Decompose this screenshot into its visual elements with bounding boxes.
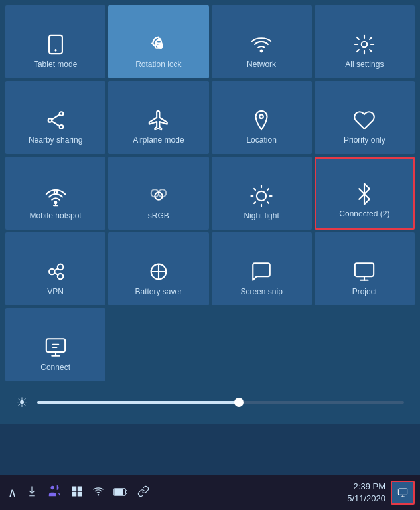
- svg-rect-41: [72, 491, 77, 496]
- brightness-slider[interactable]: [37, 401, 404, 404]
- project-taskbar-icon: [397, 486, 408, 499]
- location-icon: [250, 109, 273, 131]
- tile-label-rotation-lock: Rotation lock: [135, 60, 181, 70]
- time-display: 2:39 PM: [347, 481, 385, 493]
- nearby-sharing-icon: [44, 109, 67, 131]
- svg-line-30: [54, 273, 58, 275]
- link-taskbar-icon[interactable]: [135, 483, 152, 503]
- tile-mobile-hotspot[interactable]: Mobile hotspot: [5, 157, 105, 230]
- taskbar-time[interactable]: 2:39 PM 5/11/2020: [347, 481, 385, 505]
- tile-label-vpn: VPN: [47, 287, 64, 298]
- hotspot-icon: [44, 185, 67, 207]
- brightness-thumb[interactable]: [234, 398, 244, 407]
- rotation-lock-icon: [147, 33, 170, 56]
- tile-label-battery-saver: Battery saver: [135, 287, 182, 298]
- tile-label-nearby-sharing: Nearby sharing: [29, 135, 82, 146]
- tile-label-screen-snip: Screen snip: [240, 287, 282, 298]
- wifi-taskbar-icon[interactable]: [90, 483, 107, 503]
- battery-taskbar-icon[interactable]: [111, 483, 131, 503]
- tile-label-location: Location: [246, 135, 276, 146]
- tile-airplane-mode[interactable]: Airplane mode: [108, 81, 208, 154]
- svg-point-11: [259, 115, 263, 119]
- vpn-icon: [44, 260, 67, 283]
- tile-rotation-lock[interactable]: Rotation lock: [108, 5, 208, 78]
- tile-screen-snip[interactable]: Screen snip: [212, 232, 312, 305]
- svg-rect-39: [72, 486, 77, 491]
- tile-label-night-light: Night light: [244, 211, 279, 222]
- date-display: 5/11/2020: [347, 493, 385, 505]
- svg-point-3: [157, 46, 159, 48]
- svg-point-4: [261, 50, 263, 52]
- tiles-grid: Tablet mode Rotation lock Network: [3, 3, 417, 384]
- svg-point-5: [362, 42, 368, 48]
- svg-rect-40: [78, 486, 82, 491]
- svg-line-9: [52, 115, 59, 120]
- tile-label-airplane-mode: Airplane mode: [133, 135, 184, 146]
- screen-snip-icon: [250, 260, 273, 283]
- teams-icon[interactable]: [44, 481, 64, 505]
- tile-night-light[interactable]: Night light: [212, 157, 312, 230]
- project-taskbar-button[interactable]: [391, 481, 415, 505]
- svg-point-13: [54, 191, 57, 194]
- tile-vpn[interactable]: VPN: [5, 232, 105, 305]
- svg-rect-42: [78, 491, 82, 496]
- quick-actions-panel: Tablet mode Rotation lock Network: [0, 0, 420, 424]
- tile-label-bluetooth: Connected (2): [339, 209, 389, 220]
- battery-saver-icon: [147, 260, 170, 283]
- taskbar-left: ∧: [5, 481, 152, 505]
- srgb-icon: [147, 185, 170, 207]
- priority-icon: [353, 109, 376, 131]
- tile-bluetooth[interactable]: Connected (2): [315, 157, 415, 230]
- brightness-fill: [37, 401, 239, 404]
- svg-line-25: [267, 189, 269, 190]
- svg-point-43: [98, 494, 99, 495]
- brightness-bar: ☀: [3, 384, 417, 421]
- tile-nearby-sharing[interactable]: Nearby sharing: [5, 81, 105, 154]
- svg-line-24: [254, 202, 255, 203]
- tile-connect[interactable]: Connect: [5, 308, 105, 381]
- svg-line-10: [52, 122, 59, 126]
- svg-rect-37: [46, 339, 64, 353]
- svg-line-21: [267, 202, 269, 203]
- brightness-icon: ☀: [16, 394, 28, 410]
- tile-label-srgb: sRGB: [148, 211, 169, 222]
- tile-label-mobile-hotspot: Mobile hotspot: [30, 211, 82, 222]
- taskbar: ∧: [0, 475, 420, 510]
- tile-network[interactable]: Network: [212, 5, 312, 78]
- bluetooth-icon: [353, 183, 376, 205]
- svg-line-29: [54, 268, 58, 270]
- tile-label-priority-only: Priority only: [344, 135, 385, 146]
- svg-rect-48: [398, 489, 407, 495]
- svg-line-20: [254, 189, 255, 190]
- project-icon: [353, 260, 376, 283]
- svg-point-17: [257, 191, 266, 201]
- usb-icon[interactable]: [23, 483, 40, 503]
- chevron-up-icon[interactable]: ∧: [5, 483, 19, 503]
- settings-icon: [353, 33, 376, 56]
- tile-srgb[interactable]: sRGB: [108, 157, 208, 230]
- airplane-icon: [147, 109, 170, 131]
- tile-all-settings[interactable]: All settings: [315, 5, 415, 78]
- svg-point-38: [51, 486, 55, 490]
- svg-rect-34: [355, 264, 374, 277]
- night-light-icon: [250, 185, 273, 207]
- tile-location[interactable]: Location: [212, 81, 312, 154]
- tiles-icon[interactable]: [68, 483, 86, 503]
- tile-tablet-mode[interactable]: Tablet mode: [5, 5, 105, 78]
- tile-priority-only[interactable]: Priority only: [315, 81, 415, 154]
- tile-label-all-settings: All settings: [345, 60, 384, 70]
- tile-project[interactable]: Project: [315, 232, 415, 305]
- taskbar-right: 2:39 PM 5/11/2020: [347, 481, 415, 505]
- tile-label-connect: Connect: [40, 363, 70, 373]
- tile-battery-saver[interactable]: Battery saver: [108, 232, 208, 305]
- network-icon: [250, 33, 273, 56]
- svg-rect-45: [115, 489, 123, 495]
- tile-label-project: Project: [352, 287, 377, 298]
- svg-point-26: [49, 269, 55, 275]
- tile-label-tablet-mode: Tablet mode: [34, 60, 77, 70]
- connect-icon: [44, 336, 67, 359]
- tablet-icon: [44, 33, 67, 56]
- tile-label-network: Network: [247, 60, 276, 70]
